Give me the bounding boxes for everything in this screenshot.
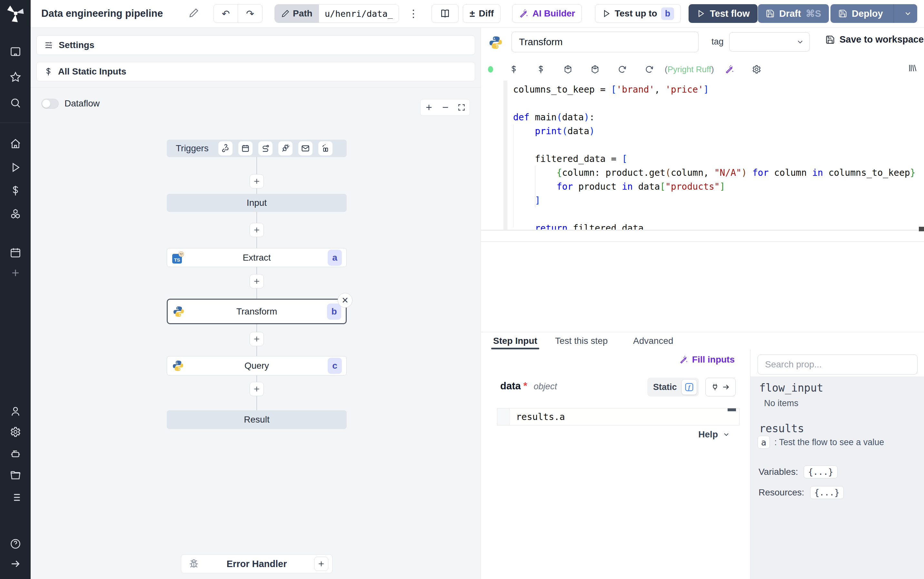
input-node[interactable]: Input <box>167 194 347 212</box>
fill-inputs-button[interactable]: Fill inputs <box>679 355 735 365</box>
webhook-trigger-icon[interactable] <box>218 141 233 155</box>
zoom-in-button[interactable] <box>424 103 433 112</box>
edit-title-pencil-icon[interactable] <box>189 8 199 18</box>
path-button[interactable]: Path <box>275 5 319 23</box>
add-step-button[interactable] <box>250 223 264 237</box>
javascript-expression-mode-button[interactable]: f <box>681 379 697 395</box>
add-step-button[interactable] <box>250 332 264 346</box>
draft-button[interactable]: Draft ⌘S <box>758 4 829 23</box>
static-mode-label[interactable]: Static <box>653 382 677 392</box>
deploy-button[interactable]: Deploy <box>831 4 917 23</box>
required-asterisk: * <box>524 380 527 392</box>
library-icon[interactable] <box>908 63 917 73</box>
resources-object-chip[interactable]: {...} <box>810 486 844 499</box>
error-handler-node[interactable]: Error Handler <box>181 554 333 573</box>
add-step-button[interactable] <box>250 382 264 396</box>
flow-input-section-title[interactable]: flow_input <box>759 381 823 394</box>
refresh-icon[interactable] <box>609 65 636 74</box>
sidebar-item-user[interactable] <box>10 406 21 417</box>
static-inputs-dollar-icon[interactable] <box>500 65 527 74</box>
triggers-node[interactable]: Triggers <box>167 140 347 157</box>
data-expression-input[interactable]: results.a <box>497 408 740 425</box>
help-dropdown[interactable]: Help <box>698 429 730 440</box>
tag-select[interactable] <box>729 32 810 52</box>
route-trigger-icon[interactable] <box>258 141 273 155</box>
sidebar-item-workers[interactable] <box>10 448 21 460</box>
horizontal-scrollbar-thumb[interactable] <box>919 227 924 231</box>
step-name-input[interactable] <box>511 32 699 52</box>
flow-canvas[interactable]: Settings All Static Inputs Dataflow Trig… <box>31 28 480 579</box>
test-flow-button[interactable]: Test flow <box>689 4 757 23</box>
email-trigger-icon[interactable] <box>298 141 312 155</box>
step-id-badge: b <box>327 304 341 320</box>
more-options-kebab-icon[interactable]: ⋮ <box>407 4 420 23</box>
step-editor-panel: tag Save to workspace (Pyright Ruff) col… <box>480 28 924 579</box>
step-node-transform-selected[interactable]: Transform b <box>167 299 347 324</box>
add-step-button[interactable] <box>250 174 264 188</box>
sidebar-item-workspace[interactable] <box>10 46 21 57</box>
deploy-dropdown-caret[interactable] <box>898 9 917 18</box>
undo-button[interactable]: ↶ <box>214 5 238 23</box>
resources-label: Resources: <box>759 487 804 498</box>
save-icon <box>766 9 775 18</box>
refresh-icon[interactable] <box>636 65 663 74</box>
fit-view-button[interactable] <box>457 103 466 111</box>
path-input[interactable]: u/henri/data_ <box>319 5 398 23</box>
step-node-query[interactable]: Query c <box>167 356 347 375</box>
variables-object-chip[interactable]: {...} <box>804 465 837 478</box>
sidebar-item-runs[interactable] <box>10 162 21 173</box>
sidebar-item-variables[interactable] <box>10 185 21 196</box>
sidebar-item-search[interactable] <box>10 97 21 109</box>
undo-redo-group: ↶ ↷ <box>214 4 263 23</box>
diff-button[interactable]: ± Diff <box>463 4 501 23</box>
sidebar-item-audit-logs[interactable] <box>10 492 21 503</box>
add-error-handler-button[interactable] <box>314 557 328 571</box>
results-section-title[interactable]: results <box>759 422 804 435</box>
sidebar-item-home[interactable] <box>10 138 21 150</box>
sidebar-item-help[interactable] <box>10 538 21 550</box>
divider <box>481 230 924 231</box>
connect-input-button[interactable] <box>705 378 736 396</box>
expression-gutter <box>497 408 509 425</box>
tab-test-this-step[interactable]: Test this step <box>555 332 607 349</box>
sidebar-item-resources[interactable] <box>10 208 21 220</box>
editor-settings-gear-icon[interactable] <box>743 64 770 74</box>
docs-book-button[interactable] <box>431 4 459 23</box>
sidebar-item-settings[interactable] <box>10 426 21 438</box>
magic-wand-icon <box>519 9 529 18</box>
result-key-badge[interactable]: a <box>757 436 770 449</box>
windmill-logo[interactable] <box>0 0 31 28</box>
ai-builder-button[interactable]: AI Builder <box>512 4 582 23</box>
redo-button[interactable]: ↷ <box>238 5 262 23</box>
sidebar-item-folders[interactable] <box>10 469 21 481</box>
watch-trigger-icon[interactable] <box>318 141 333 155</box>
sliders-icon <box>44 40 54 50</box>
save-to-workspace-button[interactable]: Save to workspace <box>825 34 924 45</box>
tab-step-input[interactable]: Step Input <box>493 332 537 349</box>
package-icon[interactable] <box>581 65 609 74</box>
tab-advanced[interactable]: Advanced <box>633 332 673 349</box>
dataflow-toggle[interactable] <box>41 99 59 109</box>
error-handler-label: Error Handler <box>181 559 332 569</box>
package-icon[interactable] <box>554 65 581 74</box>
code-editor[interactable]: columns_to_keep = ['brand', 'price']def … <box>481 81 924 230</box>
sidebar-collapse-arrow[interactable] <box>10 558 21 570</box>
result-a-row[interactable]: a : Test the flow to see a value <box>757 436 884 449</box>
zoom-out-button[interactable] <box>441 103 450 112</box>
sidebar-item-add[interactable] <box>10 267 21 278</box>
remove-step-button[interactable]: ✕ <box>338 293 353 308</box>
test-up-to-button[interactable]: Test up to b <box>595 4 681 23</box>
schedule-trigger-icon[interactable] <box>238 141 253 155</box>
all-static-inputs-row[interactable]: All Static Inputs <box>36 62 475 81</box>
ai-wand-icon[interactable] <box>716 64 743 74</box>
static-inputs-dollar-icon[interactable] <box>527 65 554 74</box>
sidebar-item-favorites[interactable] <box>10 71 21 83</box>
flow-settings-row[interactable]: Settings <box>36 36 475 55</box>
plug-trigger-icon[interactable] <box>278 141 292 155</box>
step-node-extract[interactable]: TS Extract a <box>167 248 347 267</box>
sidebar-item-schedules[interactable] <box>10 247 21 258</box>
prop-search-input[interactable] <box>757 355 917 375</box>
result-node[interactable]: Result <box>167 410 347 429</box>
add-step-button[interactable] <box>250 274 264 288</box>
bottom-tab-bar: Step Input Test this step Advanced <box>481 332 924 349</box>
